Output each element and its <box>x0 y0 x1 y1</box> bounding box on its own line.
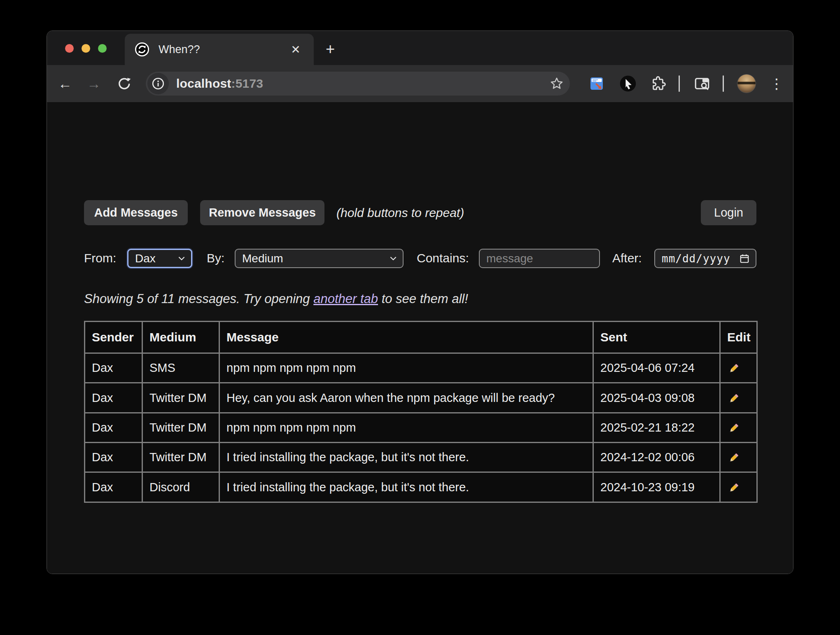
cell-medium: Twitter DM <box>142 443 219 472</box>
url-port: :5173 <box>231 77 264 90</box>
three-dots-icon: ⋮ <box>770 75 784 92</box>
cell-sent: 2025-04-03 09:08 <box>593 383 720 413</box>
forward-button[interactable]: → <box>83 65 105 102</box>
screenshot-search-button[interactable] <box>691 65 714 102</box>
after-date-value: mm/dd/yyyy <box>662 252 730 265</box>
hold-buttons-hint: (hold buttons to repeat) <box>336 206 464 220</box>
cell-medium: Twitter DM <box>142 383 219 413</box>
chevron-down-icon <box>178 256 185 261</box>
after-date-input[interactable]: mm/dd/yyyy <box>654 249 756 268</box>
site-info-button[interactable] <box>147 73 169 94</box>
tab-strip: When?? ✕ + <box>47 31 793 65</box>
extensions-button[interactable] <box>646 65 670 102</box>
url-host: localhost <box>176 77 231 90</box>
fullscreen-window-button[interactable] <box>98 44 107 53</box>
login-button[interactable]: Login <box>701 200 756 225</box>
calendar-icon[interactable] <box>739 253 750 264</box>
filter-bar: From: Dax By: Medium Contains: message A… <box>47 249 793 268</box>
add-messages-button[interactable]: Add Messages <box>84 200 188 225</box>
back-button[interactable]: ← <box>54 65 76 102</box>
status-prefix: Showing 5 of 11 messages. Try opening <box>84 292 313 306</box>
cell-medium: Twitter DM <box>142 413 219 442</box>
messages-table: Sender Medium Message Sent Edit DaxSMSnp… <box>84 321 758 503</box>
browser-window: When?? ✕ + ← → <box>47 30 793 574</box>
toolbar-separator <box>722 65 724 102</box>
cell-message: I tried installing the package, but it's… <box>219 472 593 502</box>
cell-sent: 2024-10-23 09:19 <box>593 472 720 502</box>
remove-messages-button[interactable]: Remove Messages <box>200 200 324 225</box>
cell-sender: Dax <box>85 383 142 413</box>
another-tab-link[interactable]: another tab <box>313 292 378 306</box>
cell-medium: SMS <box>142 353 219 383</box>
pencil-icon <box>727 391 741 405</box>
cell-message: npm npm npm npm npm <box>219 413 593 442</box>
cell-message: I tried installing the package, but it's… <box>219 443 593 472</box>
reload-icon <box>117 76 132 91</box>
from-select-value: Dax <box>135 252 156 265</box>
chevron-down-icon <box>390 256 397 261</box>
table-row: DaxTwitter DMHey, can you ask Aaron when… <box>85 383 757 413</box>
edit-message-button[interactable] <box>720 353 757 383</box>
pencil-icon <box>727 481 741 495</box>
screenshot-search-icon <box>693 75 711 92</box>
by-select-value: Medium <box>242 252 283 265</box>
cell-sent: 2025-04-06 07:24 <box>593 353 720 383</box>
cell-medium: Discord <box>142 472 219 502</box>
header-sender: Sender <box>85 322 142 353</box>
favicon-sync-icon <box>135 42 149 57</box>
contains-placeholder: message <box>486 252 533 265</box>
table-row: DaxDiscordI tried installing the package… <box>85 472 757 502</box>
cell-sent: 2024-12-02 00:06 <box>593 443 720 472</box>
cursor-extension-button[interactable] <box>616 65 639 102</box>
edit-message-button[interactable] <box>720 413 757 442</box>
profile-button[interactable] <box>735 65 758 102</box>
tab-close-icon[interactable]: ✕ <box>287 41 304 58</box>
page-content: Add Messages Remove Messages (hold butto… <box>47 102 793 574</box>
edit-message-button[interactable] <box>720 443 757 472</box>
cell-sender: Dax <box>85 443 142 472</box>
toolbar-separator <box>678 65 680 102</box>
contains-label: Contains: <box>417 251 469 265</box>
reload-button[interactable] <box>113 65 136 102</box>
profile-avatar <box>737 74 756 93</box>
header-sent: Sent <box>593 322 720 353</box>
info-icon <box>151 77 165 91</box>
contains-input[interactable]: message <box>479 249 600 268</box>
minimize-window-button[interactable] <box>82 44 90 53</box>
window-resizer-extension-button[interactable] <box>585 65 608 102</box>
cell-sender: Dax <box>85 413 142 442</box>
after-label: After: <box>612 251 642 265</box>
bookmark-star-icon[interactable] <box>549 76 564 91</box>
back-icon: ← <box>58 77 72 91</box>
pencil-icon <box>727 451 741 465</box>
browser-toolbar: ← → localhost:5173 <box>47 65 793 102</box>
from-select[interactable]: Dax <box>127 249 192 268</box>
status-suffix: to see them all! <box>378 292 468 306</box>
window-controls <box>65 44 107 53</box>
address-bar[interactable]: localhost:5173 <box>146 72 570 96</box>
extensions-puzzle-icon <box>649 75 667 92</box>
edit-message-button[interactable] <box>720 383 757 413</box>
cell-message: Hey, can you ask Aaron when the npm pack… <box>219 383 593 413</box>
table-row: DaxTwitter DMI tried installing the pack… <box>85 443 757 472</box>
header-medium: Medium <box>142 322 219 353</box>
url-text[interactable]: localhost:5173 <box>176 77 549 91</box>
edit-message-button[interactable] <box>720 472 757 502</box>
tab-title: When?? <box>159 43 287 56</box>
new-tab-button[interactable]: + <box>321 40 339 58</box>
cursor-icon <box>619 75 637 92</box>
cell-sender: Dax <box>85 472 142 502</box>
forward-icon: → <box>87 77 101 91</box>
by-select[interactable]: Medium <box>235 249 404 268</box>
close-window-button[interactable] <box>65 44 74 53</box>
from-label: From: <box>84 251 116 265</box>
browser-tab[interactable]: When?? ✕ <box>125 34 314 65</box>
header-edit: Edit <box>720 322 757 353</box>
browser-menu-button[interactable]: ⋮ <box>766 65 787 102</box>
cell-message: npm npm npm npm npm <box>219 353 593 383</box>
table-row: DaxTwitter DMnpm npm npm npm npm2025-02-… <box>85 413 757 442</box>
window-resizer-icon <box>588 75 605 92</box>
header-message: Message <box>219 322 593 353</box>
pencil-icon <box>727 361 741 375</box>
cell-sent: 2025-02-21 18:22 <box>593 413 720 442</box>
